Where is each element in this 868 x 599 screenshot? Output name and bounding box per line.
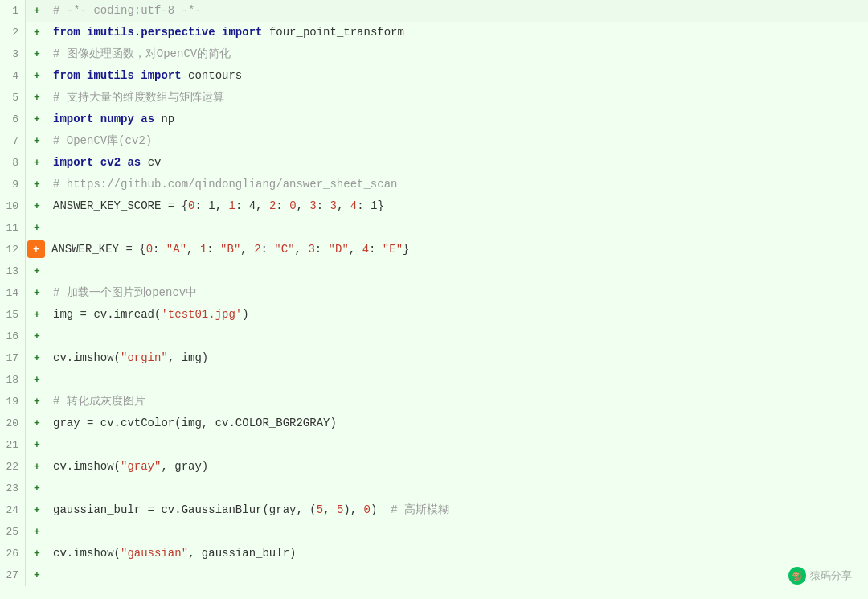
code-line: 18+	[0, 369, 868, 391]
token-comment: # 支持大量的维度数组与矩阵运算	[53, 89, 224, 106]
token-mod: imutils	[87, 68, 134, 84]
line-number: 5	[0, 87, 26, 109]
line-plus: +	[27, 240, 45, 258]
token-comment: # 高斯模糊	[391, 502, 449, 519]
line-plus: +	[26, 456, 48, 478]
code-line: 11+	[0, 217, 868, 239]
line-content	[48, 521, 58, 543]
line-content: # 支持大量的维度数组与矩阵运算	[48, 87, 229, 109]
code-line: 14+# 加载一个图片到opencv中	[0, 282, 868, 304]
token-normal	[121, 154, 127, 171]
line-content: import numpy as np	[48, 109, 179, 130]
line-number: 18	[0, 369, 26, 391]
line-number: 2	[0, 22, 26, 43]
line-number: 20	[0, 412, 26, 434]
token-normal: :	[315, 241, 329, 258]
token-number: 3	[330, 198, 337, 215]
line-content: cv.imshow("gray", gray)	[48, 456, 213, 478]
line-number: 8	[0, 152, 26, 174]
line-plus: +	[26, 65, 48, 87]
token-comment: # OpenCV库(cv2)	[53, 133, 152, 150]
token-number: 1	[200, 241, 207, 258]
line-plus: +	[26, 174, 48, 195]
code-line: 6+import numpy as np	[0, 109, 868, 130]
line-content: # 转化成灰度图片	[48, 391, 150, 412]
token-normal	[215, 24, 222, 41]
line-number: 7	[0, 130, 26, 152]
code-line: 15+img = cv.imread('test01.jpg')	[0, 304, 868, 326]
token-normal: :	[235, 198, 249, 215]
line-content: # -*- coding:utf-8 -*-	[48, 0, 207, 22]
line-plus: +	[26, 217, 48, 239]
line-plus: +	[26, 0, 48, 22]
token-mod: imutils.perspective	[87, 24, 215, 41]
code-line: 7+# OpenCV库(cv2)	[0, 130, 868, 152]
line-number: 11	[0, 217, 26, 239]
token-normal	[80, 68, 87, 84]
token-comment: # https://github.com/qindongliang/answer…	[53, 176, 397, 193]
token-normal: :	[276, 198, 289, 215]
code-line: 13+	[0, 261, 868, 282]
line-content: # OpenCV库(cv2)	[48, 130, 157, 152]
line-content: img = cv.imread('test01.jpg')	[48, 304, 254, 326]
line-plus: +	[26, 369, 48, 391]
line-plus: +	[26, 195, 48, 217]
line-number: 26	[0, 543, 26, 564]
token-string: "A"	[166, 241, 186, 258]
line-plus: +	[26, 282, 48, 304]
token-number: 1	[228, 198, 235, 215]
token-number: 0	[289, 198, 296, 215]
token-normal: :	[369, 241, 383, 258]
line-plus: +	[26, 130, 48, 152]
token-normal: :	[194, 198, 208, 215]
watermark: 🐒 猿码分享	[788, 567, 852, 585]
code-line: 21+	[0, 434, 868, 456]
code-line: 27+	[0, 564, 868, 586]
line-number: 27	[0, 564, 26, 586]
token-kw: as	[141, 111, 154, 128]
token-normal: }	[377, 198, 383, 215]
token-normal: :	[207, 241, 220, 258]
line-plus: +	[26, 43, 48, 65]
token-normal: 4	[249, 198, 256, 215]
line-content	[48, 564, 58, 586]
token-number: 0	[364, 502, 371, 519]
token-normal: cv.imshow(	[53, 350, 121, 367]
line-content: cv.imshow("orgin", img)	[48, 347, 213, 369]
token-kw: import	[141, 68, 181, 84]
watermark-icon: 🐒	[788, 567, 806, 585]
token-number: 2	[254, 241, 260, 258]
token-normal: :	[317, 198, 330, 215]
line-number: 22	[0, 456, 26, 478]
code-line: 26+cv.imshow("gaussian", gaussian_bulr)	[0, 543, 868, 564]
token-normal: ,	[297, 198, 310, 215]
token-normal	[80, 24, 87, 41]
line-plus: +	[26, 326, 48, 347]
token-normal: np	[154, 111, 174, 128]
code-line: 19+# 转化成灰度图片	[0, 391, 868, 412]
line-content	[48, 217, 58, 239]
line-content	[48, 478, 58, 499]
token-normal: ),	[343, 502, 363, 519]
line-plus: +	[26, 564, 48, 586]
line-content: # https://github.com/qindongliang/answer…	[48, 174, 402, 195]
token-normal: , img)	[168, 350, 208, 367]
line-number: 16	[0, 326, 26, 347]
line-plus: +	[26, 521, 48, 543]
line-number: 9	[0, 174, 26, 195]
token-string: "E"	[383, 241, 403, 258]
token-normal: cv.imshow(	[53, 545, 121, 562]
token-number: 4	[362, 241, 369, 258]
line-content: from imutils import contours	[48, 65, 247, 87]
code-line: 23+	[0, 478, 868, 499]
code-line: 12+ANSWER_KEY = {0: "A", 1: "B", 2: "C",…	[0, 239, 868, 261]
token-kw: import	[53, 154, 93, 171]
token-kw: from	[53, 24, 80, 41]
line-plus: +	[26, 304, 48, 326]
token-number: 0	[146, 241, 153, 258]
line-number: 24	[0, 499, 26, 521]
token-string: "gaussian"	[121, 545, 188, 562]
token-normal: img = cv.imread(	[53, 306, 161, 323]
token-normal: gray = cv.cvtColor(img, cv.COLOR_BGR2GRA…	[53, 415, 337, 432]
code-line: 9+# https://github.com/qindongliang/answ…	[0, 174, 868, 195]
